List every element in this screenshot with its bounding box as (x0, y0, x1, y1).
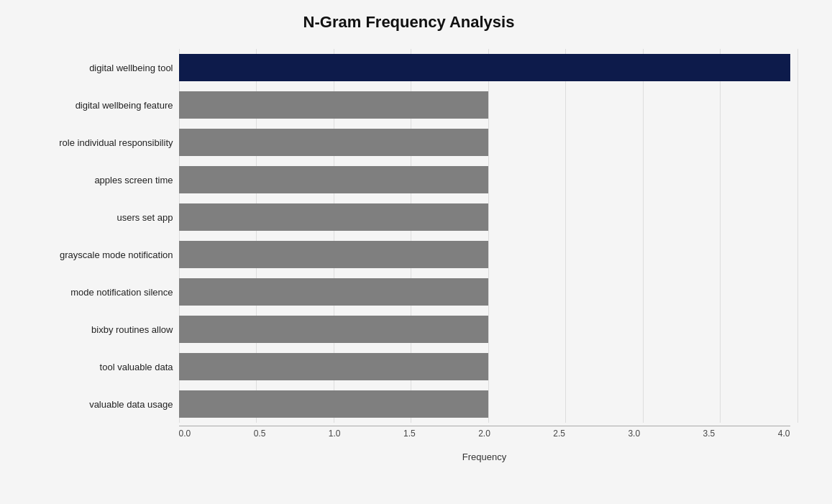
bar (179, 390, 488, 418)
chart-container: N-Gram Frequency Analysis digital wellbe… (21, 0, 812, 504)
grid-line (797, 49, 798, 423)
bar (179, 129, 488, 156)
bar-row: valuable data usage (179, 385, 790, 423)
grid-container: digital wellbeing tooldigital wellbeing … (28, 49, 790, 423)
bar-label: digital wellbeing feature (29, 100, 173, 111)
bar (179, 54, 790, 81)
bar-label: valuable data usage (29, 399, 173, 410)
bar-row: mode notification silence (179, 273, 790, 311)
bar-row: apples screen time (179, 161, 790, 198)
bar-row: users set app (179, 198, 790, 236)
bar-row: role individual responsibility (179, 124, 790, 161)
chart-area: digital wellbeing tooldigital wellbeing … (179, 49, 790, 423)
bar (179, 241, 488, 268)
bar (179, 203, 488, 231)
x-tick: 0.5 (254, 429, 266, 439)
x-tick: 2.0 (478, 429, 490, 439)
bar (179, 278, 488, 306)
x-tick: 0.0 (179, 429, 191, 439)
bar-label: role individual responsibility (29, 137, 173, 148)
x-tick: 1.0 (329, 429, 341, 439)
bar-row: digital wellbeing feature (179, 86, 790, 124)
x-axis: 0.00.51.01.52.02.53.03.54.0 (179, 426, 790, 447)
bar-label: bixby routines allow (29, 324, 173, 335)
x-tick: 2.5 (553, 429, 565, 439)
x-tick: 3.0 (628, 429, 640, 439)
bar-label: apples screen time (29, 175, 173, 185)
x-tick: 1.5 (403, 429, 416, 439)
bar (179, 166, 488, 193)
bar-row: grayscale mode notification (179, 236, 790, 273)
x-axis-line (179, 426, 790, 426)
bar-label: digital wellbeing tool (29, 63, 173, 73)
bar-row: digital wellbeing tool (179, 49, 790, 86)
x-tick: 4.0 (778, 429, 790, 439)
bar-row: tool valuable data (179, 348, 790, 385)
chart-title: N-Gram Frequency Analysis (28, 13, 790, 32)
bar (179, 316, 488, 343)
bar-label: tool valuable data (29, 362, 173, 372)
x-axis-label: Frequency (179, 452, 790, 462)
bar (179, 91, 488, 119)
x-ticks: 0.00.51.01.52.02.53.03.54.0 (179, 426, 790, 439)
x-tick: 3.5 (703, 429, 716, 439)
bar-label: grayscale mode notification (29, 249, 173, 260)
bar-label: mode notification silence (29, 287, 173, 298)
bar-row: bixby routines allow (179, 311, 790, 348)
bar-label: users set app (29, 212, 173, 223)
bar (179, 353, 488, 380)
